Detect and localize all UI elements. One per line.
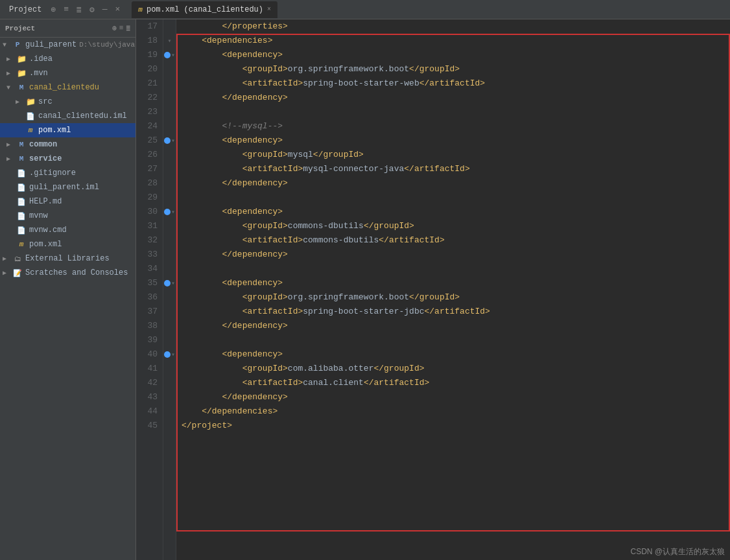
gutter-cell bbox=[163, 91, 176, 105]
sidebar-item-scratches[interactable]: ▶ 📝 Scratches and Consoles bbox=[0, 266, 135, 280]
sidebar-item-canal-iml[interactable]: 📄 canal_clientedu.iml bbox=[0, 109, 135, 123]
gutter-cell: ▾ bbox=[163, 48, 176, 62]
sidebar-icon-list[interactable]: ≡ bbox=[119, 24, 124, 32]
line-number: 41 bbox=[141, 362, 158, 376]
project-menu[interactable]: Project bbox=[5, 4, 45, 16]
gutter-cell bbox=[163, 219, 176, 233]
sidebar-icon-add[interactable]: ⊕ bbox=[112, 24, 117, 32]
tab-pom-xml[interactable]: m pom.xml (canal_clientedu) × bbox=[132, 1, 277, 18]
sidebar-item-guli-iml[interactable]: 📄 guli_parent.iml bbox=[0, 180, 135, 194]
change-dot bbox=[164, 209, 171, 215]
line-number: 36 bbox=[141, 290, 158, 305]
code-line: <groupId>com.alibaba.otter</groupId> bbox=[182, 362, 730, 376]
code-line: </dependency> bbox=[182, 91, 730, 105]
fold-icon[interactable]: ▾ bbox=[167, 37, 171, 45]
toolbar-icon-list2[interactable]: ≣ bbox=[74, 3, 84, 16]
sidebar-item-pom-xml-root[interactable]: m pom.xml bbox=[0, 237, 135, 251]
line-number: 23 bbox=[141, 105, 158, 119]
line-number: 24 bbox=[141, 119, 158, 134]
file-icon: 📄 bbox=[16, 198, 27, 206]
toolbar-icon-add[interactable]: ⊕ bbox=[48, 3, 58, 16]
tab-label: pom.xml (canal_clientedu) bbox=[147, 5, 263, 14]
gutter-cell bbox=[163, 105, 176, 119]
sidebar-item-label: Scratches and Consoles bbox=[25, 268, 128, 277]
sidebar-item-label: mvnw.cmd bbox=[29, 226, 67, 235]
line-number: 34 bbox=[141, 262, 158, 276]
sidebar-item-mvnw[interactable]: 📄 mvnw bbox=[0, 209, 135, 223]
sidebar-item-label: .idea bbox=[29, 54, 53, 64]
sidebar-icon-list2[interactable]: ≣ bbox=[126, 24, 130, 32]
code-line bbox=[182, 191, 730, 205]
code-line: <groupId>commons-dbutils</groupId> bbox=[182, 219, 730, 233]
sidebar-item-gitignore[interactable]: 📄 .gitignore bbox=[0, 166, 135, 180]
toolbar-icon-list[interactable]: ≡ bbox=[61, 3, 71, 16]
sidebar-item-mvnw-cmd[interactable]: 📄 mvnw.cmd bbox=[0, 223, 135, 237]
fold-icon[interactable]: ▾ bbox=[171, 137, 175, 145]
gutter-cell: ▾ bbox=[163, 205, 176, 219]
code-line: </dependency> bbox=[182, 390, 730, 404]
gutter: ▾▾▾▾▾▾ bbox=[163, 19, 176, 560]
fold-icon[interactable]: ▾ bbox=[171, 51, 175, 59]
fold-icon[interactable]: ▾ bbox=[171, 208, 175, 216]
sidebar-item-help-md[interactable]: 📄 HELP.md bbox=[0, 194, 135, 209]
folder-icon: 📁 bbox=[25, 97, 36, 107]
sidebar-item-label: .mvn bbox=[29, 69, 48, 78]
toolbar-icon-minimize[interactable]: — bbox=[100, 3, 110, 16]
toolbar-icon-close[interactable]: × bbox=[113, 3, 123, 16]
code-line: <dependencies> bbox=[182, 34, 730, 48]
line-number: 38 bbox=[141, 319, 158, 333]
line-numbers: 1718192021222324252627282930313233343536… bbox=[136, 19, 163, 560]
editor-content[interactable]: 1718192021222324252627282930313233343536… bbox=[136, 19, 730, 560]
title-bar: Project ⊕ ≡ ≣ ⚙ — × m pom.xml (canal_cli… bbox=[0, 0, 730, 19]
code-line: </dependency> bbox=[182, 319, 730, 333]
code-line: <artifactId>commons-dbutils</artifactId> bbox=[182, 233, 730, 248]
gutter-cell bbox=[163, 162, 176, 176]
sidebar-item-label: pom.xml bbox=[29, 240, 62, 249]
tab-close-button[interactable]: × bbox=[267, 6, 271, 13]
sidebar-item-pom-xml[interactable]: m pom.xml bbox=[0, 123, 135, 137]
sidebar-item-idea[interactable]: ▶ 📁 .idea bbox=[0, 52, 135, 66]
fold-icon[interactable]: ▾ bbox=[171, 279, 175, 287]
sidebar-item-external-libs[interactable]: ▶ 🗂 External Libraries bbox=[0, 251, 135, 266]
toolbar-icon-settings[interactable]: ⚙ bbox=[87, 3, 97, 16]
gutter-cell bbox=[163, 404, 176, 419]
watermark: CSDN @认真生活的灰太狼 bbox=[630, 546, 725, 557]
sidebar-item-label: External Libraries bbox=[25, 254, 110, 263]
gutter-cell bbox=[163, 390, 176, 404]
sidebar-item-guli-parent[interactable]: ▼ P guli_parent D:\study\java\code... bbox=[0, 38, 135, 52]
code-area[interactable]: </properties> <dependencies> <dependency… bbox=[176, 19, 730, 560]
line-number: 39 bbox=[141, 333, 158, 347]
gutter-cell bbox=[163, 119, 176, 134]
iml-icon: 📄 bbox=[16, 183, 27, 192]
xml-icon: m bbox=[25, 126, 36, 134]
code-line bbox=[182, 105, 730, 119]
sidebar-item-label: canal_clientedu.iml bbox=[38, 111, 127, 121]
line-number: 33 bbox=[141, 248, 158, 262]
folder-icon: P bbox=[12, 41, 23, 49]
sidebar-title: Project bbox=[5, 25, 35, 32]
line-number: 30 bbox=[141, 205, 158, 219]
sidebar-item-label: .gitignore bbox=[29, 169, 76, 178]
code-line: <artifactId>canal.client</artifactId> bbox=[182, 376, 730, 390]
code-line: <dependency> bbox=[182, 276, 730, 290]
gutter-cell: ▾ bbox=[163, 134, 176, 148]
xml-icon: m bbox=[16, 240, 27, 248]
gutter-cell bbox=[163, 362, 176, 376]
line-number: 17 bbox=[141, 19, 158, 34]
change-dot bbox=[164, 351, 171, 358]
code-line: <artifactId>spring-boot-starter-jdbc</ar… bbox=[182, 305, 730, 319]
sidebar-item-service[interactable]: ▶ M service bbox=[0, 152, 135, 166]
sidebar-item-src[interactable]: ▶ 📁 src bbox=[0, 95, 135, 109]
line-number: 40 bbox=[141, 347, 158, 362]
code-line: <groupId>org.springframework.boot</group… bbox=[182, 290, 730, 305]
fold-icon[interactable]: ▾ bbox=[171, 351, 175, 358]
code-line: <dependency> bbox=[182, 48, 730, 62]
sidebar-item-label: guli_parent.iml bbox=[29, 183, 99, 192]
sidebar-item-mvn[interactable]: ▶ 📁 .mvn bbox=[0, 66, 135, 80]
code-line: </properties> bbox=[182, 19, 730, 34]
sidebar-item-canal-clientedu[interactable]: ▼ M canal_clientedu bbox=[0, 80, 135, 95]
file-icon: 📄 bbox=[16, 212, 27, 220]
sidebar-item-common[interactable]: ▶ M common bbox=[0, 137, 135, 152]
gutter-cell bbox=[163, 419, 176, 433]
sidebar-item-label: canal_clientedu bbox=[29, 83, 99, 92]
